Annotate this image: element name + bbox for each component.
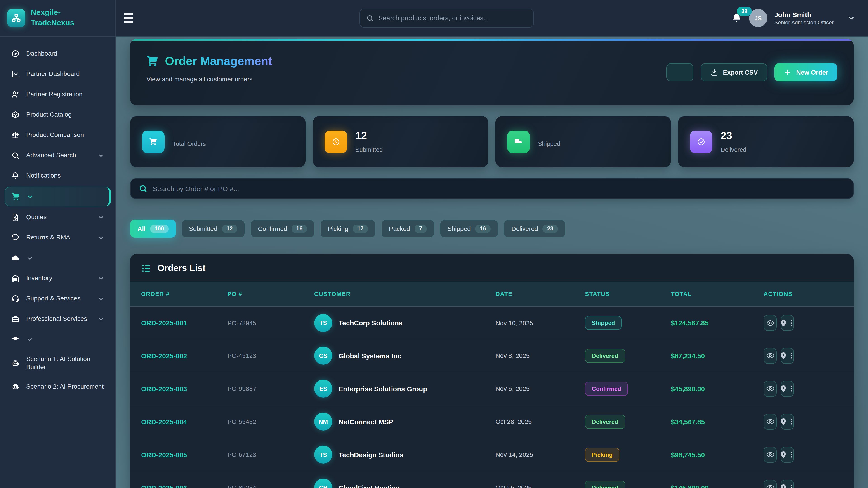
page-title: Order Management: [165, 54, 272, 68]
kebab-menu-button[interactable]: [781, 352, 786, 359]
location-pin-button[interactable]: [781, 414, 794, 429]
sidebar-item-inventory[interactable]: Inventory: [4, 269, 111, 288]
download-icon: [710, 68, 718, 76]
sidebar-item-quotes[interactable]: Quotes: [4, 208, 111, 227]
tab-delivered[interactable]: Delivered23: [504, 220, 565, 238]
order-number-link[interactable]: ORD-2025-002: [141, 352, 227, 359]
sidebar-item-product-comparison[interactable]: Product Comparison: [4, 126, 111, 144]
eye-icon: [766, 352, 774, 360]
order-total: $87,234.50: [671, 352, 764, 359]
new-order-button[interactable]: New Order: [774, 63, 837, 81]
order-search: [130, 178, 854, 199]
eye-button[interactable]: [764, 480, 777, 488]
tab-picking[interactable]: Picking17: [320, 220, 376, 238]
chevron-down-icon: [98, 275, 104, 282]
user-info: John Smith Senior Admission Officer: [774, 11, 834, 26]
sidebar-item-professional-services[interactable]: Professional Services: [4, 310, 111, 328]
eye-button[interactable]: [764, 381, 777, 396]
robot-icon: [11, 382, 20, 391]
kebab-menu-button[interactable]: [781, 451, 786, 458]
sidebar-item-label: Product Comparison: [26, 131, 104, 139]
location-pin-icon: [779, 418, 796, 426]
order-total: $124,567.85: [671, 319, 764, 327]
page-header-card: Order Management View and manage all cus…: [130, 39, 854, 105]
row-actions: [764, 315, 843, 331]
table-row: ORD-2025-003PO-99887ESEnterprise Solutio…: [130, 372, 854, 405]
tab-count-badge: 23: [543, 224, 558, 233]
chevron-down-icon: [26, 255, 33, 261]
order-number-link[interactable]: ORD-2025-006: [141, 484, 227, 488]
search-icon: [366, 14, 374, 22]
orders-list-card: Orders List ORDER #PO #CUSTOMERDATESTATU…: [130, 254, 854, 488]
kebab-menu-button[interactable]: [781, 385, 786, 392]
order-number-link[interactable]: ORD-2025-004: [141, 418, 227, 425]
column-header-date: DATE: [495, 291, 585, 297]
tab-shipped[interactable]: Shipped16: [440, 220, 498, 238]
sidebar-item-scenario-2-ai-procurement[interactable]: Scenario 2: AI Procurement: [4, 377, 111, 396]
column-header-actions: ACTIONS: [764, 291, 843, 297]
sidebar-item-cloud-services[interactable]: Cloud Services: [4, 249, 111, 267]
tab-all[interactable]: All100: [130, 220, 176, 238]
sidebar-item-label: Scenario 1: AI Solution Builder: [26, 355, 104, 371]
sidebar-item-partner-registration[interactable]: Partner Registration: [4, 85, 111, 104]
sidebar-item-returns-rma[interactable]: Returns & RMA: [4, 228, 111, 247]
order-number-link[interactable]: ORD-2025-001: [141, 319, 227, 327]
stat-card-delivered: 23Delivered: [678, 116, 854, 167]
stat-card-total-orders: 100Total Orders: [130, 116, 306, 167]
chevron-down-icon[interactable]: [847, 14, 855, 22]
po-number: PO-89234: [227, 484, 314, 488]
eye-button[interactable]: [764, 447, 777, 462]
sidebar-item-partner-academy[interactable]: Partner Academy: [4, 330, 111, 349]
location-pin-button[interactable]: [781, 348, 794, 363]
location-pin-button[interactable]: [781, 315, 794, 331]
sidebar-item-product-catalog[interactable]: Product Catalog: [4, 105, 111, 124]
stat-label: Delivered: [721, 146, 746, 153]
order-number-link[interactable]: ORD-2025-005: [141, 451, 227, 458]
search-icon: [139, 184, 147, 193]
eye-button[interactable]: [764, 414, 777, 429]
box-icon: [11, 110, 20, 119]
kebab-menu-button[interactable]: [781, 484, 786, 488]
tab-submitted[interactable]: Submitted12: [181, 220, 245, 238]
order-search-input[interactable]: [153, 185, 845, 193]
kebab-menu-button[interactable]: [781, 320, 786, 326]
table-row: ORD-2025-006PO-89234CHCloudFirst Hosting…: [130, 471, 854, 488]
table-row: ORD-2025-001PO-78945TSTechCorp Solutions…: [130, 306, 854, 339]
truck-icon: 16: [507, 130, 530, 153]
eye-button[interactable]: [764, 315, 777, 331]
tab-confirmed[interactable]: Confirmed16: [250, 220, 315, 238]
export-csv-button[interactable]: Export CSV: [701, 63, 767, 81]
kebab-menu-button[interactable]: [781, 418, 786, 425]
tab-packed[interactable]: Packed7: [381, 220, 434, 238]
order-number-link[interactable]: ORD-2025-003: [141, 385, 227, 392]
header-actions: Export CSVNew Order: [666, 63, 837, 81]
notifications-bell-icon[interactable]: 38: [732, 13, 742, 23]
po-number: PO-99887: [227, 385, 314, 392]
sidebar-item-notifications[interactable]: Notifications: [4, 166, 111, 185]
sidebar-item-orders-quotes[interactable]: Orders & Quotes: [4, 187, 111, 206]
file-dollar-icon: [11, 213, 20, 222]
global-search: [360, 8, 534, 28]
sidebar-item-partner-dashboard[interactable]: Partner Dashboard: [4, 65, 111, 84]
global-search-input[interactable]: [378, 14, 527, 22]
sidebar-item-scenario-1-ai-solution-builder[interactable]: Scenario 1: AI Solution Builder: [4, 350, 111, 376]
column-header-order-: ORDER #: [141, 291, 227, 297]
location-pin-button[interactable]: [781, 447, 794, 462]
hamburger-menu-icon[interactable]: [124, 10, 141, 26]
cart-icon: Orders & Quotes: [11, 192, 20, 201]
status-badge: Confirmed: [585, 382, 628, 396]
sidebar-item-advanced-search[interactable]: Advanced Search: [4, 146, 111, 165]
user-name: John Smith: [774, 11, 834, 20]
location-pin-button[interactable]: [781, 480, 794, 488]
sidebar-item-support-services[interactable]: Support & Services: [4, 289, 111, 308]
location-pin-button[interactable]: [781, 381, 794, 396]
customer-name: Global Systems Inc: [339, 352, 401, 359]
customer-avatar: TS: [314, 446, 332, 464]
show-filters-button[interactable]: [666, 63, 693, 81]
eye-button[interactable]: [764, 348, 777, 363]
sidebar-item-dashboard[interactable]: Dashboard: [4, 44, 111, 63]
sidebar-item-label: Cloud Services: [12, 256, 19, 260]
headset-icon: [11, 294, 20, 303]
sitemap-icon: [7, 9, 25, 27]
order-date: Oct 28, 2025: [495, 418, 585, 425]
